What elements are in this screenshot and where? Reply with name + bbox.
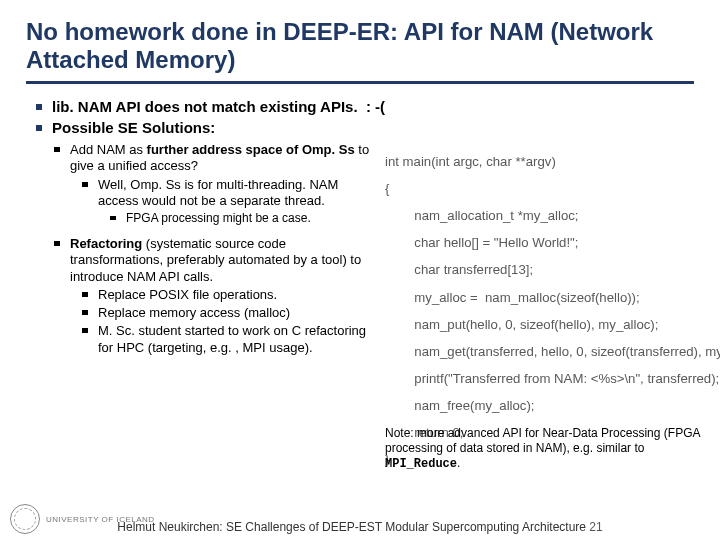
title-rule — [26, 81, 694, 84]
bullet-icon — [82, 310, 88, 315]
page-number: 21 — [589, 520, 602, 534]
footer: Helmut Neukirchen: SE Challenges of DEEP… — [0, 520, 720, 534]
slide: No homework done in DEEP-ER: API for NAM… — [0, 0, 720, 540]
bullet-icon — [110, 216, 116, 220]
note-advanced-api: Note: more advanced API for Near-Data Pr… — [385, 426, 705, 472]
right-column: int main(int argc, char **argv) { nam_al… — [381, 142, 720, 473]
bullet-icon — [82, 328, 88, 333]
bullet-icon — [36, 104, 42, 110]
bullet-icon — [36, 125, 42, 131]
code-snippet: int main(int argc, char **argv) { nam_al… — [381, 142, 720, 473]
bullet-refactoring: Refactoring (systematic source code tran… — [54, 236, 381, 285]
bullet-msc-student: M. Sc. student started to work on C refa… — [82, 323, 381, 356]
bullet-api-mismatch: lib. NAM API does not match existing API… — [36, 98, 694, 115]
footer-text: Helmut Neukirchen: SE Challenges of DEEP… — [117, 520, 589, 534]
bullet-icon — [54, 241, 60, 246]
bullet-possible-solutions: Possible SE Solutions: — [36, 119, 694, 136]
top-bullets: lib. NAM API does not match existing API… — [36, 98, 694, 136]
bullet-replace-malloc: Replace memory access (malloc) — [82, 305, 381, 321]
bullet-icon — [54, 147, 60, 152]
bullet-ompss-multithread: Well, Omp. Ss is for multi-threading. NA… — [82, 177, 381, 210]
left-column: Add NAM as further address space of Omp.… — [26, 142, 381, 473]
bullet-icon — [82, 292, 88, 297]
bullet-icon — [82, 182, 88, 187]
bullet-add-nam: Add NAM as further address space of Omp.… — [54, 142, 381, 175]
bullet-fpga-case: FPGA processing might be a case. — [110, 211, 381, 226]
slide-title: No homework done in DEEP-ER: API for NAM… — [26, 18, 694, 73]
bullet-replace-posix: Replace POSIX file operations. — [82, 287, 381, 303]
content-columns: Add NAM as further address space of Omp.… — [26, 142, 694, 473]
